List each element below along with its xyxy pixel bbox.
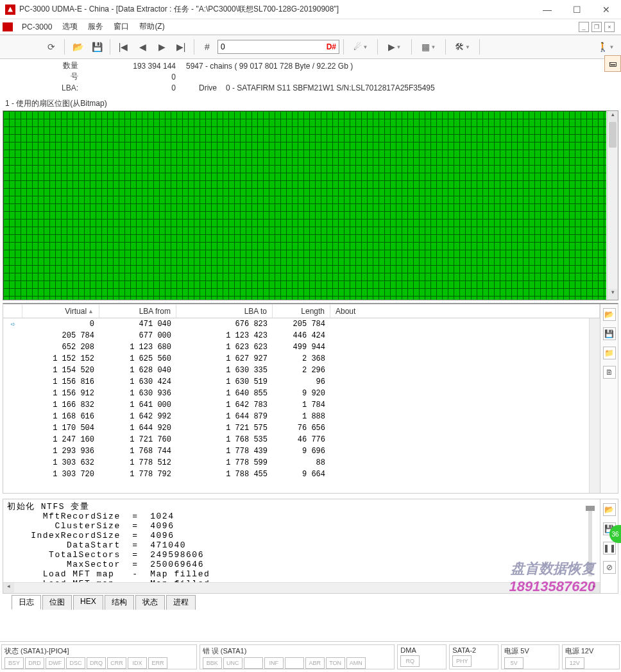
export-button[interactable]: ☄▼ — [348, 38, 373, 56]
status-g1-label: 状态 (SATA1)-[PIO4] — [4, 646, 194, 656]
table-row[interactable]: 1 170 5041 644 9201 721 57576 656 — [3, 422, 600, 434]
last-button[interactable]: ▶| — [172, 38, 190, 56]
minimize-button[interactable]: — — [532, 0, 562, 19]
tools-button[interactable]: 🛠▼ — [450, 38, 475, 56]
play-button[interactable]: ▶▼ — [382, 38, 407, 56]
drive-status-icon[interactable]: 🖴 — [604, 55, 621, 72]
mdi-close-button[interactable]: × — [604, 22, 615, 32]
lba-value: 0 — [83, 83, 186, 92]
menubar: PC-3000 选项 服务 窗口 帮助(Z) _ ❐ × — [0, 19, 621, 35]
titlebar: PC-3000 UDMA-E - China - [Data Extractor… — [0, 0, 621, 19]
refresh-button[interactable]: ⟳ — [42, 38, 60, 56]
sector-title: 1 - 使用的扇区位图(从Bitmap) — [3, 97, 618, 110]
window-title: PC-3000 UDMA-E - China - [Data Extractor… — [19, 4, 532, 15]
side-folder-button[interactable]: 📁 — [603, 347, 616, 359]
close-button[interactable]: ✕ — [591, 0, 621, 19]
status-led: DRD — [25, 657, 44, 669]
address-input[interactable]: 0 D# — [217, 40, 339, 54]
table-row[interactable]: 1 152 1521 625 5601 627 9272 368 — [3, 353, 600, 365]
status-led: 12V — [565, 657, 584, 669]
menu-options[interactable]: 选项 — [57, 21, 83, 32]
drive-value: 0 - SATAFIRM S11 SBFM21W1 S/N:LSL7012817… — [217, 83, 435, 92]
num-value: 0 — [83, 73, 186, 82]
statusbar: 状态 (SATA1)-[PIO4] BSYDRDDWFDSCDRQCRRIDXE… — [0, 641, 621, 672]
status-g6-label: 电源 12V — [565, 646, 617, 656]
first-button[interactable]: |◀ — [114, 38, 132, 56]
table-row[interactable]: ➪0471 040676 823205 784 — [3, 318, 600, 330]
col-lba-to[interactable]: LBA to — [176, 304, 273, 318]
status-led: DRQ — [87, 657, 106, 669]
status-led: PHY — [452, 655, 472, 667]
status-g5-label: 电源 5V — [504, 646, 556, 656]
table-row[interactable]: 1 293 9361 768 7441 778 4399 696 — [3, 445, 600, 457]
mdi-minimize-button[interactable]: _ — [579, 22, 589, 32]
table-row[interactable]: 1 168 6161 642 9921 644 8791 888 — [3, 411, 600, 422]
status-g3-label: DMA — [400, 646, 443, 654]
sector-bitmap[interactable]: ▴ ▾ — [3, 110, 618, 300]
side-open-button[interactable]: 📂 — [603, 308, 616, 321]
app-icon — [5, 4, 15, 15]
col-virtual[interactable]: Virtual▲ — [22, 304, 99, 318]
num-label: 号 — [0, 71, 83, 82]
status-led: UNC — [223, 657, 242, 669]
menu-help[interactable]: 帮助(Z) — [134, 21, 169, 32]
tab-5[interactable]: 进程 — [166, 595, 196, 610]
log-hscrollbar[interactable]: ◂▸ — [3, 582, 600, 593]
table-row[interactable]: 205 784677 0001 123 423446 424 — [3, 330, 600, 341]
toolbar: ⟳ 📂 💾 |◀ ◀ ▶ ▶| # 0 D# ☄▼ ▶▼ ▦▼ 🛠▼ 🚶▼ — [0, 35, 621, 59]
table-row[interactable]: 1 154 5201 628 0401 630 3352 296 — [3, 365, 600, 376]
menu-window[interactable]: 窗口 — [108, 21, 134, 32]
prev-button[interactable]: ◀ — [133, 38, 151, 56]
log-pause-button[interactable]: ❚❚ — [603, 542, 616, 555]
table-row[interactable]: 1 303 6321 778 5121 778 59988 — [3, 457, 600, 469]
tab-3[interactable]: 结构 — [105, 595, 134, 610]
table-row[interactable]: 1 156 9121 630 9361 640 8559 920 — [3, 388, 600, 399]
next-button[interactable]: ▶ — [153, 38, 171, 56]
lba-label: LBA: — [0, 83, 83, 92]
open-button[interactable]: 📂 — [69, 38, 87, 56]
col-lba-from[interactable]: LBA from — [99, 304, 176, 318]
tab-2[interactable]: HEX — [73, 595, 103, 610]
table-row[interactable]: 1 303 7201 778 7921 788 4559 664 — [3, 469, 600, 480]
qty-label: 数量 — [0, 60, 83, 71]
table-header: Virtual▲ LBA from LBA to Length About — [3, 304, 600, 318]
table-scrollbar[interactable] — [589, 318, 600, 493]
status-led: RQ — [400, 655, 420, 667]
qty-value: 193 394 144 — [83, 62, 186, 71]
maximize-button[interactable]: ☐ — [562, 0, 591, 19]
info-bar: 数量 193 394 144 5947 - chains ( 99 017 80… — [0, 59, 621, 97]
status-led — [244, 657, 263, 669]
status-led: DWF — [46, 657, 65, 669]
log-clear-button[interactable]: ⊘ — [603, 561, 616, 574]
exit-button[interactable]: 🚶▼ — [593, 38, 618, 56]
status-led: ABR — [305, 657, 325, 669]
table-row[interactable]: 652 2081 123 6801 623 623499 944 — [3, 341, 600, 353]
table-row[interactable]: 1 166 8321 641 0001 642 7831 784 — [3, 399, 600, 411]
log-slider[interactable] — [588, 506, 592, 576]
bottom-tabs: 日志位图HEX结构状态进程 — [12, 595, 618, 610]
status-g2-label: 错 误 (SATA1) — [203, 646, 392, 656]
grid-button[interactable]: # — [198, 38, 216, 56]
status-led: BSY — [4, 657, 24, 669]
status-led — [285, 657, 304, 669]
status-led: AMN — [346, 657, 366, 669]
menu-app[interactable]: PC-3000 — [17, 22, 57, 31]
status-led: CRR — [107, 657, 126, 669]
table-row[interactable]: 1 247 1601 721 7601 768 53546 776 — [3, 434, 600, 445]
tab-0[interactable]: 日志 — [12, 595, 41, 610]
side-note-button[interactable]: 🗎 — [603, 366, 616, 379]
status-led: DSC — [66, 657, 85, 669]
grid-view-button[interactable]: ▦▼ — [416, 38, 441, 56]
col-length[interactable]: Length — [273, 304, 330, 318]
side-save-button[interactable]: 💾 — [603, 327, 616, 340]
tab-1[interactable]: 位图 — [42, 595, 72, 610]
log-open-button[interactable]: 📂 — [603, 503, 616, 516]
table-row[interactable]: 1 156 8161 630 4241 630 51996 — [3, 376, 600, 388]
col-about[interactable]: About — [330, 304, 600, 318]
tab-4[interactable]: 状态 — [135, 595, 165, 610]
mdi-restore-button[interactable]: ❐ — [591, 22, 602, 32]
table-body: ➪0471 040676 823205 784205 784677 0001 1… — [3, 318, 600, 493]
bitmap-scrollbar[interactable]: ▴ ▾ — [607, 111, 618, 300]
save-button[interactable]: 💾 — [88, 38, 106, 56]
menu-service[interactable]: 服务 — [83, 21, 108, 32]
